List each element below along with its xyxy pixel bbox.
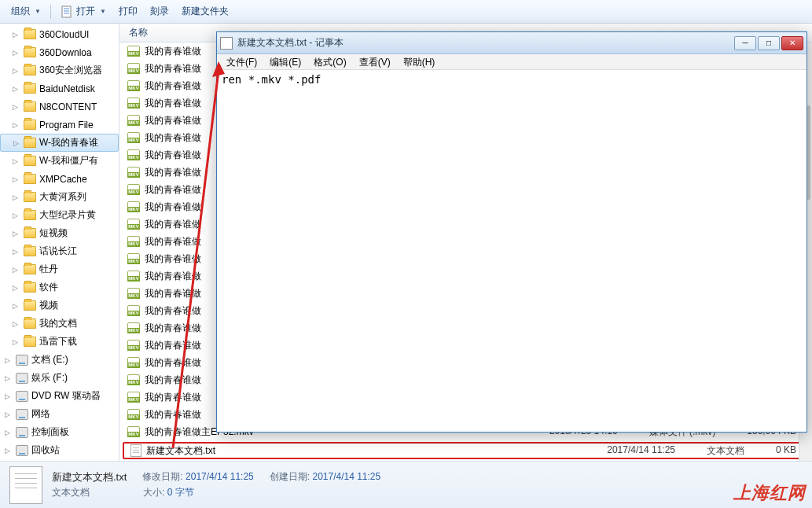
file-name: 我的青春谁做 [145, 408, 201, 421]
mkv-file-icon [127, 46, 140, 57]
expand-icon[interactable]: ▷ [13, 67, 18, 75]
expand-icon[interactable]: ▷ [13, 175, 18, 183]
notepad-app-icon [220, 37, 233, 50]
expand-icon[interactable]: ▷ [5, 429, 10, 436]
close-button[interactable]: ✕ [781, 36, 803, 50]
expand-icon[interactable]: ▷ [13, 193, 18, 201]
expand-icon[interactable]: ▷ [13, 139, 19, 147]
folder-icon [24, 228, 36, 238]
notepad-window: 新建文本文档.txt - 记事本 ─ □ ✕ 文件(F) 编辑(E) 格式(O)… [216, 31, 807, 433]
expand-icon[interactable]: ▷ [13, 212, 18, 219]
tree-item-label: 话说长江 [39, 245, 77, 258]
folder-icon [24, 138, 36, 148]
menu-format[interactable]: 格式(O) [307, 54, 352, 69]
mkv-file-icon [127, 288, 140, 299]
expand-icon[interactable]: ▷ [13, 320, 18, 328]
tree-item-label: 网络 [31, 407, 50, 421]
file-name: 我的青春谁做 [145, 339, 201, 352]
expand-icon[interactable]: ▷ [13, 248, 18, 256]
file-name: 我的青春谁做 [145, 166, 201, 179]
tree-device-item[interactable]: ▷网络 [0, 405, 119, 423]
mkv-file-icon [127, 98, 140, 109]
tree-folder-item[interactable]: ▷360CloudUI [0, 25, 119, 43]
folder-icon [24, 65, 36, 75]
mkv-file-icon [127, 167, 140, 178]
folder-icon [24, 29, 36, 39]
tree-folder-item[interactable]: ▷XMPCache [0, 170, 119, 188]
drive-icon [16, 427, 28, 438]
tree-folder-item[interactable]: ▷迅雷下载 [0, 333, 119, 351]
expand-icon[interactable]: ▷ [13, 103, 18, 111]
menu-help[interactable]: 帮助(H) [397, 54, 442, 69]
maximize-button[interactable]: □ [758, 36, 780, 50]
details-pane: 新建文本文档.txt 修改日期: 2017/4/14 11:25 创建日期: 2… [0, 461, 812, 508]
drive-icon [16, 409, 28, 420]
tree-folder-item[interactable]: ▷话说长江 [0, 242, 119, 260]
tree-folder-item[interactable]: ▷大黄河系列 [0, 188, 119, 206]
mkv-file-icon [127, 357, 140, 368]
newfolder-button[interactable]: 新建文件夹 [177, 3, 233, 20]
explorer-toolbar: 组织▼ 打开▼ 打印 刻录 新建文件夹 [0, 0, 812, 24]
expand-icon[interactable]: ▷ [13, 85, 18, 93]
tree-folder-item[interactable]: ▷软件 [0, 278, 119, 296]
tree-folder-item[interactable]: ▷牡丹 [0, 260, 119, 278]
tree-folder-item[interactable]: ▷W-我和僵尸有 [0, 152, 119, 170]
organize-menu[interactable]: 组织▼ [6, 3, 46, 20]
notepad-textarea[interactable]: ren *.mkv *.pdf [217, 70, 806, 432]
expand-icon[interactable]: ▷ [5, 410, 10, 418]
expand-icon[interactable]: ▷ [13, 49, 18, 57]
mkv-file-icon [127, 253, 140, 264]
print-button[interactable]: 打印 [114, 3, 142, 20]
expand-icon[interactable]: ▷ [13, 302, 18, 310]
expand-icon[interactable]: ▷ [5, 356, 10, 364]
open-menu[interactable]: 打开▼ [56, 3, 111, 20]
tree-device-item[interactable]: ▷控制面板 [0, 423, 119, 441]
tree-folder-item[interactable]: ▷W-我的青春谁 [0, 134, 119, 152]
expand-icon[interactable]: ▷ [13, 230, 18, 237]
tree-item-label: 360Downloa [39, 47, 92, 58]
file-row-selected[interactable]: 新建文本文档.txt2017/4/14 11:25文本文档0 KB [123, 442, 809, 459]
tree-device-item[interactable]: ▷文档 (E:) [0, 351, 119, 369]
tree-folder-item[interactable]: ▷视频 [0, 296, 119, 315]
expand-icon[interactable]: ▷ [13, 157, 18, 165]
expand-icon[interactable]: ▷ [13, 31, 18, 39]
expand-icon[interactable]: ▷ [13, 121, 18, 129]
menu-view[interactable]: 查看(V) [353, 54, 397, 69]
mkv-file-icon [127, 392, 140, 403]
tree-folder-item[interactable]: ▷360安全浏览器 [0, 61, 119, 79]
tree-item-label: W-我和僵尸有 [39, 154, 98, 167]
tree-folder-item[interactable]: ▷大型纪录片黄 [0, 206, 119, 224]
menu-file[interactable]: 文件(F) [220, 54, 263, 69]
expand-icon[interactable]: ▷ [5, 392, 10, 400]
expand-icon[interactable]: ▷ [5, 447, 10, 455]
drive-icon [16, 445, 28, 456]
folder-tree[interactable]: ▷360CloudUI▷360Downloa▷360安全浏览器▷BaiduNet… [0, 24, 119, 461]
notepad-titlebar[interactable]: 新建文本文档.txt - 记事本 ─ □ ✕ [217, 32, 806, 54]
folder-icon [24, 47, 36, 57]
tree-folder-item[interactable]: ▷Program File [0, 116, 119, 134]
tree-device-item[interactable]: ▷DVD RW 驱动器 [0, 387, 119, 405]
folder-icon [24, 192, 36, 202]
burn-button[interactable]: 刻录 [145, 3, 174, 20]
tree-folder-item[interactable]: ▷短视频 [0, 224, 119, 242]
tree-folder-item[interactable]: ▷BaiduNetdisk [0, 79, 119, 98]
tree-folder-item[interactable]: ▷360Downloa [0, 43, 119, 61]
tree-folder-item[interactable]: ▷我的文档 [0, 315, 119, 333]
tree-folder-item[interactable]: ▷N8CONTENT [0, 98, 119, 116]
drive-icon [16, 391, 28, 402]
menu-edit[interactable]: 编辑(E) [263, 54, 307, 69]
minimize-button[interactable]: ─ [734, 36, 756, 50]
tree-device-item[interactable]: ▷回收站 [0, 441, 119, 459]
notepad-title: 新建文本文档.txt - 记事本 [237, 36, 734, 50]
expand-icon[interactable]: ▷ [13, 338, 18, 346]
tree-device-item[interactable]: ▷娱乐 (F:) [0, 369, 119, 387]
expand-icon[interactable]: ▷ [13, 284, 18, 292]
tree-item-label: Program File [39, 120, 94, 131]
mkv-file-icon [127, 322, 140, 333]
tree-item-label: 360CloudUI [39, 29, 89, 40]
tree-item-label: 视频 [39, 299, 58, 312]
expand-icon[interactable]: ▷ [13, 266, 18, 274]
folder-icon [24, 83, 36, 94]
expand-icon[interactable]: ▷ [5, 374, 10, 382]
chevron-down-icon: ▼ [100, 8, 106, 15]
